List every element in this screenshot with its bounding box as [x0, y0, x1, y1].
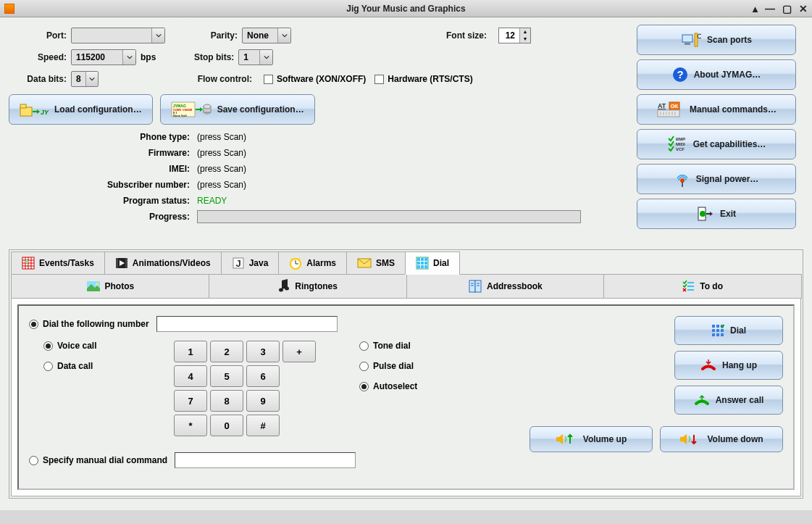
radio-data-call[interactable]: Data call — [43, 361, 152, 371]
load-config-button[interactable]: JYMAG Load configuration… — [9, 94, 153, 125]
svg-text:?: ? — [677, 68, 683, 80]
tab-photos[interactable]: Photos — [11, 274, 209, 299]
signal-power-button[interactable]: Signal power… — [637, 164, 796, 194]
spinner-down-icon[interactable]: ▼ — [520, 36, 530, 43]
load-config-icon: JYMAG — [20, 101, 49, 117]
tab-animations[interactable]: Animations/Videos — [104, 251, 222, 275]
svg-rect-70 — [475, 280, 481, 292]
manual-command-input[interactable] — [175, 452, 356, 468]
parity-combo[interactable]: None — [242, 28, 291, 43]
film-icon — [115, 257, 128, 270]
titlebar: Jig Your Music and Graphics ▴ — ▢ ✕ — [0, 0, 812, 17]
capabilities-icon: BMPMIDIVCF — [667, 136, 687, 153]
radio-pulse-dial[interactable]: Pulse dial — [359, 361, 417, 371]
keypad-key-1[interactable]: 1 — [174, 341, 207, 362]
radio-manual-command[interactable]: Specify manual dial command — [29, 455, 167, 465]
chevron-down-icon — [151, 28, 164, 43]
svg-rect-42 — [25, 260, 28, 263]
hangup-button[interactable]: Hang up — [674, 351, 783, 380]
alarm-icon — [289, 257, 302, 270]
volume-up-button[interactable]: Volume up — [530, 426, 653, 452]
about-button[interactable]: ? About JYMAG… — [637, 59, 796, 90]
fontsize-spinner[interactable]: 12 ▲▼ — [498, 28, 531, 43]
radio-dial-number[interactable]: Dial the following number — [29, 319, 149, 329]
imei-label: IMEI: — [9, 164, 197, 174]
radio-autoselect[interactable]: Autoselect — [359, 381, 417, 391]
answer-icon — [694, 393, 710, 407]
svg-rect-83 — [721, 329, 724, 332]
speed-unit: bps — [141, 52, 156, 62]
java-icon: J — [232, 257, 245, 270]
svg-text:JYMAG: JYMAG — [41, 109, 49, 116]
firmware-label: Firmware: — [9, 148, 197, 158]
svg-text:AT: AT — [658, 102, 666, 109]
spinner-up-icon[interactable]: ▲ — [520, 28, 530, 36]
port-combo[interactable] — [71, 28, 165, 43]
volume-down-icon — [679, 432, 701, 446]
scan-ports-icon — [681, 32, 701, 48]
databits-label: Data bits: — [9, 74, 67, 84]
svg-rect-79 — [716, 325, 719, 328]
radio-tone-dial[interactable]: Tone dial — [359, 341, 417, 351]
manual-commands-button[interactable]: ATOK Manual commands… — [637, 94, 796, 125]
tab-alarms[interactable]: Alarms — [278, 251, 347, 275]
music-note-icon — [277, 279, 290, 294]
svg-rect-60 — [421, 262, 424, 265]
phone-type-value: (press Scan) — [197, 132, 246, 142]
progress-bar — [197, 210, 581, 223]
svg-rect-69 — [469, 280, 475, 292]
tab-ringtones[interactable]: Ringtones — [209, 274, 407, 299]
volume-down-button[interactable]: Volume down — [660, 426, 783, 452]
pin-icon[interactable]: ▴ — [753, 3, 758, 14]
scan-ports-button[interactable]: Scan ports — [637, 25, 796, 55]
keypad-key-#[interactable]: # — [246, 415, 280, 436]
svg-rect-59 — [417, 262, 420, 265]
keypad-key-7[interactable]: 7 — [174, 390, 207, 412]
flow-software-checkbox[interactable]: Software (XON/XOFF) — [264, 74, 366, 84]
stopbits-combo[interactable]: 1 — [238, 49, 273, 65]
parity-label: Parity: — [165, 30, 238, 41]
close-icon[interactable]: ✕ — [799, 3, 808, 14]
firmware-value: (press Scan) — [197, 148, 246, 158]
keypad-key-0[interactable]: 0 — [210, 415, 243, 436]
keypad-key-2[interactable]: 2 — [210, 341, 243, 362]
flow-hardware-checkbox[interactable]: Hardware (RTS/CTS) — [374, 74, 472, 84]
svg-rect-11 — [682, 35, 692, 42]
maximize-icon[interactable]: ▢ — [782, 3, 792, 14]
keypad-icon — [711, 324, 724, 337]
dial-button[interactable]: Dial — [674, 316, 783, 345]
keypad-key-+[interactable]: + — [282, 341, 316, 362]
keypad-key-*[interactable]: * — [174, 415, 207, 436]
databits-combo[interactable]: 8 — [71, 71, 99, 87]
tab-todo[interactable]: To do — [603, 274, 802, 299]
chevron-down-icon — [85, 72, 98, 86]
radio-voice-call[interactable]: Voice call — [43, 341, 152, 351]
speed-combo[interactable]: 115200 — [71, 49, 136, 65]
save-config-button[interactable]: JYMAGCOM1 1152008 1None Soft Save config… — [160, 94, 315, 125]
keypad-key-3[interactable]: 3 — [246, 341, 280, 362]
svg-rect-85 — [716, 333, 719, 336]
keypad-key-5[interactable]: 5 — [210, 365, 243, 387]
svg-rect-56 — [417, 258, 420, 261]
svg-text:BMP: BMP — [676, 137, 685, 141]
tab-events[interactable]: Events/Tasks — [11, 251, 105, 275]
svg-rect-1 — [20, 104, 26, 108]
tab-sms[interactable]: SMS — [346, 251, 406, 275]
keypad-key-4[interactable]: 4 — [174, 365, 207, 387]
exit-button[interactable]: Exit — [637, 199, 796, 229]
minimize-icon[interactable]: — — [765, 3, 775, 14]
tab-addressbook[interactable]: Addressbook — [406, 274, 605, 299]
tab-dial[interactable]: Dial — [405, 251, 460, 275]
keypad-key-6[interactable]: 6 — [246, 365, 280, 387]
get-capabilities-button[interactable]: BMPMIDIVCF Get capabilities… — [637, 129, 796, 159]
svg-text:None Soft: None Soft — [173, 114, 188, 117]
tab-java[interactable]: JJava — [221, 251, 280, 275]
keypad-key-8[interactable]: 8 — [210, 390, 243, 412]
answer-button[interactable]: Answer call — [674, 386, 783, 415]
svg-rect-62 — [417, 265, 420, 268]
photo-icon — [86, 280, 101, 292]
question-icon: ? — [672, 67, 688, 83]
dial-number-input[interactable] — [156, 316, 338, 332]
keypad-key-9[interactable]: 9 — [246, 390, 280, 412]
svg-text:J: J — [235, 258, 240, 269]
